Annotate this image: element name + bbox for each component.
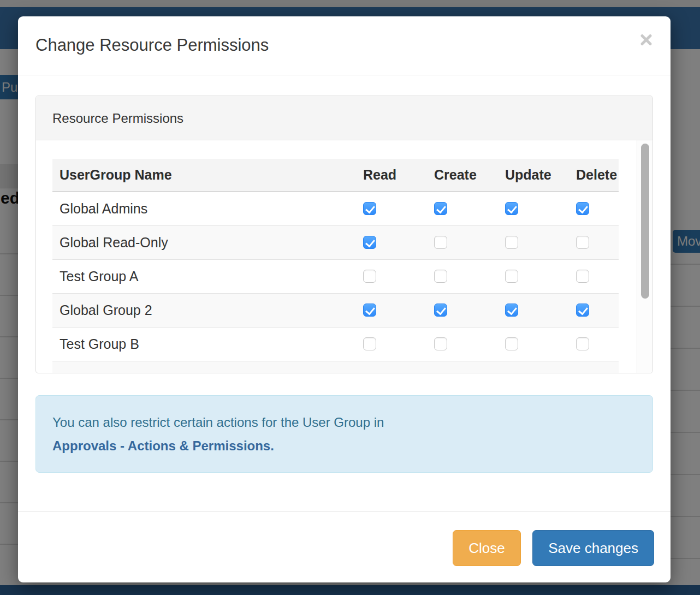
column-header-create: Create [406, 159, 477, 192]
checkbox-update[interactable] [505, 304, 518, 317]
info-note-link[interactable]: Approvals - Actions & Permissions [52, 438, 270, 453]
checkbox-create[interactable] [434, 236, 447, 249]
checkbox-read[interactable] [363, 270, 376, 283]
checkbox-update[interactable] [505, 337, 518, 350]
column-header-delete: Delete [548, 159, 619, 192]
table-row: Global Read-Only [52, 225, 619, 259]
column-header-usergroup-name: UserGroup Name [52, 159, 335, 192]
checkbox-delete[interactable] [576, 202, 589, 215]
checkbox-delete[interactable] [576, 304, 589, 317]
checkbox-create[interactable] [434, 337, 447, 350]
checkbox-read[interactable] [363, 236, 376, 249]
close-icon[interactable] [638, 32, 653, 47]
panel-heading: Resource Permissions [36, 96, 652, 140]
checkbox-create[interactable] [434, 270, 447, 283]
checkbox-update[interactable] [505, 202, 518, 215]
table-row: Global Group 2 [52, 293, 619, 327]
table-row: Test Group A [52, 259, 619, 293]
panel-scroll-area[interactable]: UserGroup NameReadCreateUpdateDelete Glo… [36, 140, 652, 373]
table-row: Test Group B [52, 327, 619, 361]
table-row-partial [52, 361, 619, 373]
info-note-suffix: . [270, 438, 274, 453]
usergroup-name: Global Read-Only [52, 225, 335, 259]
modal-body: Resource Permissions UserGroup NameReadC… [18, 75, 671, 511]
column-header-read: Read [335, 159, 406, 192]
checkbox-delete[interactable] [576, 270, 589, 283]
checkbox-create[interactable] [434, 202, 447, 215]
info-note-text: You can also restrict certain actions fo… [52, 415, 384, 430]
checkbox-read[interactable] [363, 202, 376, 215]
change-resource-permissions-modal: Change Resource Permissions Resource Per… [18, 16, 671, 582]
modal-footer: Close Save changes [18, 511, 671, 582]
usergroup-name: Test Group B [52, 327, 335, 361]
table-header-row: UserGroup NameReadCreateUpdateDelete [52, 159, 619, 192]
usergroup-name: Global Admins [52, 192, 335, 225]
checkbox-delete[interactable] [576, 337, 589, 350]
info-note: You can also restrict certain actions fo… [35, 395, 653, 473]
permissions-table: UserGroup NameReadCreateUpdateDelete Glo… [52, 159, 619, 373]
usergroup-name: Global Group 2 [52, 293, 335, 327]
screen: Pus ed Move Change Resource Permissions … [0, 0, 700, 595]
checkbox-create[interactable] [434, 304, 447, 317]
modal-header: Change Resource Permissions [18, 16, 671, 75]
column-header-update: Update [477, 159, 548, 192]
scrollbar-track[interactable] [637, 140, 652, 373]
checkbox-read[interactable] [363, 304, 376, 317]
checkbox-update[interactable] [505, 270, 518, 283]
checkbox-read[interactable] [363, 337, 376, 350]
save-changes-button[interactable]: Save changes [532, 530, 654, 566]
checkbox-update[interactable] [505, 236, 518, 249]
resource-permissions-panel: Resource Permissions UserGroup NameReadC… [35, 96, 653, 373]
modal-title: Change Resource Permissions [35, 32, 653, 59]
usergroup-name: Test Group A [52, 259, 335, 293]
scrollbar-thumb[interactable] [641, 144, 649, 299]
checkbox-delete[interactable] [576, 236, 589, 249]
close-button[interactable]: Close [453, 530, 520, 566]
table-row: Global Admins [52, 192, 619, 225]
